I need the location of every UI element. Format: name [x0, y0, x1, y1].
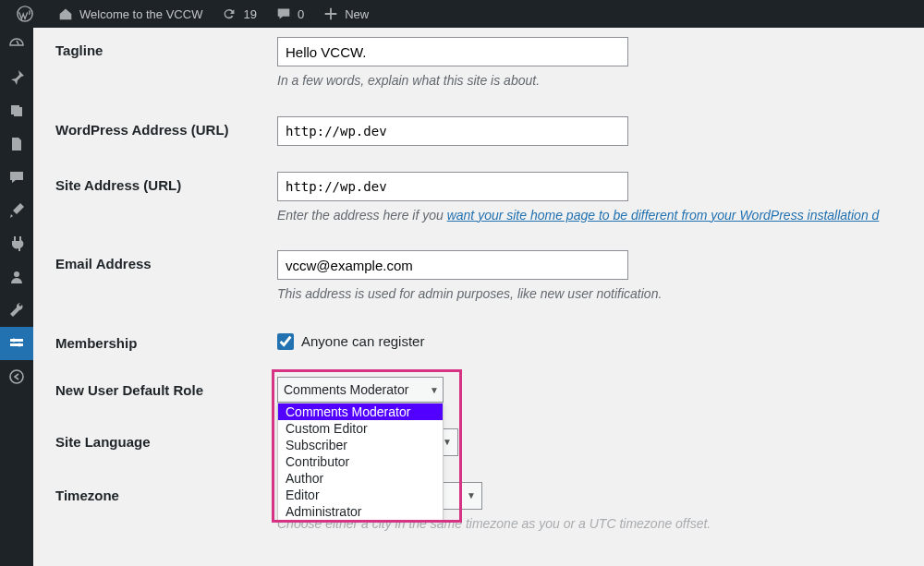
row-site-language: Site Language ▼: [55, 428, 906, 456]
desc-email: This address is used for admin purposes,…: [277, 285, 906, 304]
menu-tools[interactable]: [0, 294, 33, 327]
settings-general-form: Tagline In a few words, explain what thi…: [33, 28, 924, 566]
role-options-panel: Comments Moderator Custom Editor Subscri…: [277, 403, 444, 521]
row-site-address: Site Address (URL) Enter the address her…: [55, 172, 906, 225]
row-email: Email Address This address is used for a…: [55, 250, 906, 304]
menu-dashboard[interactable]: [0, 28, 33, 61]
option-custom-editor[interactable]: Custom Editor: [278, 420, 443, 437]
comments-link[interactable]: 0: [266, 0, 313, 28]
comment-icon: [275, 6, 292, 22]
svg-point-1: [14, 271, 19, 277]
chevron-down-icon: ▼: [430, 384, 439, 394]
label-email: Email Address: [55, 250, 277, 271]
label-tagline: Tagline: [55, 37, 277, 58]
label-default-role: New User Default Role: [55, 377, 277, 398]
plug-icon: [7, 235, 26, 253]
menu-settings[interactable]: [0, 327, 33, 360]
wrench-icon: [7, 301, 26, 319]
desc-tagline: In a few words, explain what this site i…: [277, 72, 906, 90]
menu-pages[interactable]: [0, 127, 33, 161]
brush-icon: [7, 201, 26, 220]
new-label: New: [345, 7, 369, 21]
updates-count: 19: [243, 7, 256, 21]
desc-site-address: Enter the address here if you want your …: [277, 207, 906, 225]
site-title: Welcome to the VCCW: [79, 7, 202, 21]
checkbox-anyone-register[interactable]: [277, 333, 294, 350]
updates-link[interactable]: 19: [212, 0, 265, 28]
comment-icon: [7, 168, 26, 187]
wp-logo[interactable]: [7, 0, 48, 28]
input-tagline[interactable]: [277, 37, 628, 66]
home-icon: [57, 6, 74, 22]
input-wp-address[interactable]: [277, 116, 628, 146]
menu-media[interactable]: [0, 94, 33, 127]
chevron-down-icon: ▼: [443, 437, 452, 447]
menu-users[interactable]: [0, 260, 33, 294]
label-wp-address: WordPress Address (URL): [55, 116, 277, 138]
select-default-role-value: Comments Moderator: [284, 382, 408, 397]
label-site-address: Site Address (URL): [55, 172, 277, 193]
menu-posts[interactable]: [0, 61, 33, 94]
row-tagline: Tagline In a few words, explain what thi…: [55, 37, 906, 90]
row-wp-address: WordPress Address (URL): [55, 116, 906, 146]
dashboard-icon: [7, 35, 26, 54]
label-site-language: Site Language: [55, 428, 277, 450]
pin-icon: [7, 68, 26, 87]
label-timezone: Timezone: [55, 482, 277, 503]
option-author[interactable]: Author: [278, 470, 443, 487]
pages-icon: [7, 135, 26, 153]
select-default-role[interactable]: Comments Moderator ▼: [277, 377, 444, 403]
label-membership: Membership: [55, 330, 277, 351]
refresh-icon: [221, 6, 237, 22]
link-site-address-help[interactable]: want your site home page to be different…: [447, 208, 880, 223]
new-link[interactable]: New: [313, 0, 378, 28]
wordpress-icon: [17, 6, 33, 22]
option-comments-moderator[interactable]: Comments Moderator: [278, 403, 443, 420]
option-subscriber[interactable]: Subscriber: [278, 437, 443, 453]
admin-sidebar: [0, 28, 33, 566]
collapse-icon: [7, 367, 26, 386]
row-default-role: New User Default Role Comments Moderator…: [55, 377, 906, 403]
menu-appearance[interactable]: [0, 194, 33, 227]
plus-icon: [322, 6, 339, 22]
media-icon: [7, 102, 26, 120]
input-email[interactable]: [277, 250, 628, 280]
site-link[interactable]: Welcome to the VCCW: [48, 0, 212, 28]
settings-icon: [7, 334, 26, 353]
row-timezone: Timezone ▼ Choose either a city in the s…: [55, 482, 906, 534]
checkbox-label: Anyone can register: [301, 333, 424, 349]
svg-point-6: [10, 370, 23, 383]
option-administrator[interactable]: Administrator: [278, 503, 443, 520]
membership-checkbox-wrap[interactable]: Anyone can register: [277, 330, 906, 350]
option-contributor[interactable]: Contributor: [278, 453, 443, 470]
comments-count: 0: [298, 7, 304, 21]
menu-comments[interactable]: [0, 161, 33, 194]
desc-site-address-prefix: Enter the address here if you: [277, 208, 447, 223]
svg-point-5: [18, 343, 21, 347]
svg-point-4: [12, 339, 16, 343]
row-membership: Membership Anyone can register: [55, 330, 906, 351]
user-icon: [7, 268, 26, 286]
option-editor[interactable]: Editor: [278, 487, 443, 503]
chevron-down-icon: ▼: [467, 490, 476, 500]
menu-plugins[interactable]: [0, 227, 33, 260]
menu-collapse[interactable]: [0, 360, 33, 393]
admin-bar: Welcome to the VCCW 19 0 New: [0, 0, 924, 28]
input-site-address[interactable]: [277, 172, 628, 201]
